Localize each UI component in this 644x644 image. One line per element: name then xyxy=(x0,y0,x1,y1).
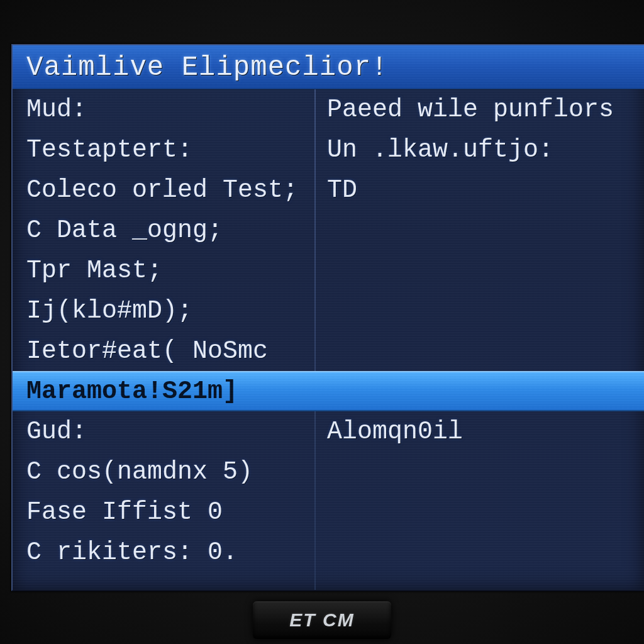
menu-item-label: Coleco orled Test; xyxy=(26,176,298,204)
menu-item-label: Fase Iffist 0 xyxy=(26,498,223,526)
menu-item-label: Mud: xyxy=(26,96,87,124)
monitor-brand-badge: ET CM xyxy=(253,601,391,639)
monitor-brand-text: ET CM xyxy=(289,609,354,631)
menu-item-value: TD xyxy=(327,176,357,204)
menu-item[interactable]: Mud: Paeed wile punflors xyxy=(13,89,644,130)
menu-item-label: Ietor#eat( NoSmc xyxy=(26,337,268,365)
menu-item[interactable]: C Data _ogng; xyxy=(13,210,644,250)
menu-item-label: C Data _ogng; xyxy=(26,216,223,245)
menu-item[interactable]: Gud: Alomqn0il xyxy=(13,411,644,452)
monitor-photo: Vaimlive Elipmeclior! Mud: Paeed wile pu… xyxy=(0,0,644,644)
menu-item-value: Un .lkaw.uftjo: xyxy=(327,136,553,164)
menu-item-selected[interactable]: Maramota!S21m] xyxy=(13,371,644,411)
screen: Vaimlive Elipmeclior! Mud: Paeed wile pu… xyxy=(11,44,644,591)
menu-item[interactable]: Ietor#eat( NoSmc xyxy=(13,331,644,371)
menu-item[interactable]: Ij(klo#mD); xyxy=(13,291,644,331)
menu-item-label: C rikiters: 0. xyxy=(26,538,238,567)
window-title: Vaimlive Elipmeclior! xyxy=(13,45,644,89)
menu-item-value: Alomqn0il xyxy=(327,418,463,446)
menu-item-label: Tpr Mast; xyxy=(26,257,162,285)
menu-item[interactable]: Tpr Mast; xyxy=(13,250,644,291)
menu-item[interactable]: Coleco orled Test; TD xyxy=(13,170,644,210)
menu-item[interactable]: Fase Iffist 0 xyxy=(13,492,644,532)
menu-item[interactable]: Testaptert: Un .lkaw.uftjo: xyxy=(13,130,644,170)
menu-item-label: Ij(klo#mD); xyxy=(26,297,192,325)
menu-item-label: Gud: xyxy=(26,418,87,446)
menu-item-label: Testaptert: xyxy=(26,136,192,164)
menu-item-label: C cos(namdnx 5) xyxy=(26,458,253,486)
menu-item-label: Maramota!S21m] xyxy=(26,377,238,406)
menu-item-value: Paeed wile punflors xyxy=(327,96,614,124)
menu-item[interactable]: C rikiters: 0. xyxy=(13,532,644,572)
menu-item[interactable]: C cos(namdnx 5) xyxy=(13,452,644,492)
